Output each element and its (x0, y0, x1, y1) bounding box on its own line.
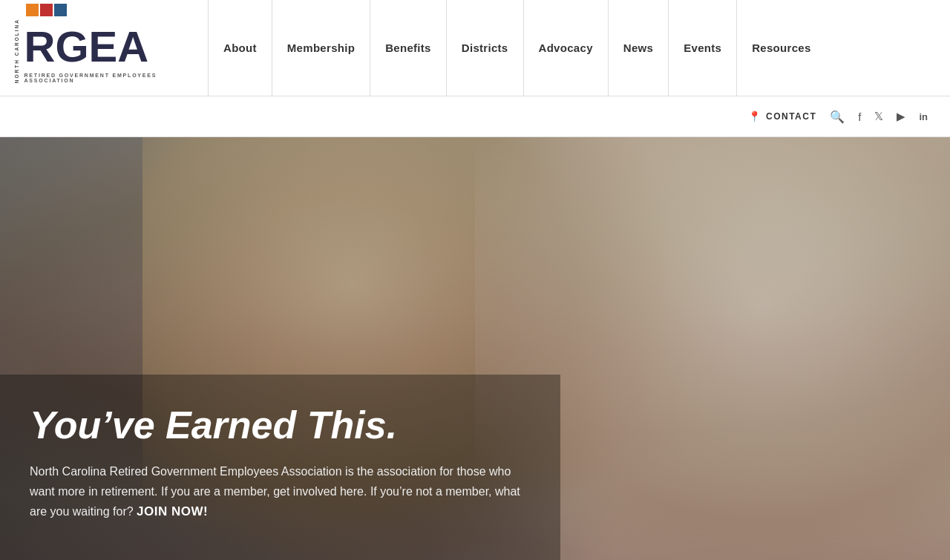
logo-square-red (40, 4, 53, 16)
facebook-icon[interactable]: f (858, 111, 861, 123)
hero-content: You’ve Earned This. North Carolina Retir… (0, 375, 560, 560)
logo-letter-g: G (55, 25, 88, 68)
logo-square-blue (54, 4, 67, 16)
contact-link[interactable]: 📍 CONTACT (748, 111, 816, 122)
logo-subtitle: Retired Government Employees Association (24, 73, 194, 83)
hero-description: North Carolina Retired Government Employ… (30, 461, 523, 523)
youtube-icon[interactable]: ▶ (897, 110, 905, 123)
logo-side-text: NORTH CAROLINA (15, 19, 20, 83)
linkedin-icon[interactable]: in (919, 111, 928, 122)
logo-squares (26, 4, 67, 19)
nav-item-benefits[interactable]: Benefits (370, 0, 447, 96)
nav-item-about[interactable]: About (209, 0, 272, 96)
main-nav: About Membership Benefits Districts Advo… (208, 0, 950, 96)
contact-label: CONTACT (766, 111, 816, 122)
hero-cta[interactable]: JOIN NOW! (137, 504, 208, 518)
nav-item-districts[interactable]: Districts (447, 0, 524, 96)
location-icon: 📍 (748, 111, 762, 122)
nav-item-advocacy[interactable]: Advocacy (524, 0, 609, 96)
twitter-icon[interactable]: 𝕏 (874, 110, 883, 123)
nav-item-resources[interactable]: Resources (737, 0, 825, 96)
nav-item-events[interactable]: Events (669, 0, 737, 96)
nav-item-membership[interactable]: Membership (272, 0, 370, 96)
hero-title: You’ve Earned This. (30, 404, 523, 447)
nav-top: NORTH CAROLINA R G E (0, 0, 950, 96)
logo-main: R G E A Retired Government Employees Ass… (24, 4, 194, 83)
hero-description-text: North Carolina Retired Government Employ… (30, 465, 520, 518)
search-icon[interactable]: 🔍 (830, 110, 845, 124)
logo-big-letters: R G E A (24, 22, 149, 70)
logo-letter-r: R (24, 25, 56, 68)
logo-letter-e: E (89, 25, 118, 68)
logo-square-orange (26, 4, 39, 16)
logo-area[interactable]: NORTH CAROLINA R G E (0, 0, 208, 96)
nav-secondary: 📍 CONTACT 🔍 f 𝕏 ▶ in (0, 96, 950, 137)
logo-letter-a: A (117, 25, 148, 68)
nav-item-news[interactable]: News (609, 0, 669, 96)
site-header: NORTH CAROLINA R G E (0, 0, 950, 137)
hero-section: You’ve Earned This. North Carolina Retir… (0, 137, 950, 560)
